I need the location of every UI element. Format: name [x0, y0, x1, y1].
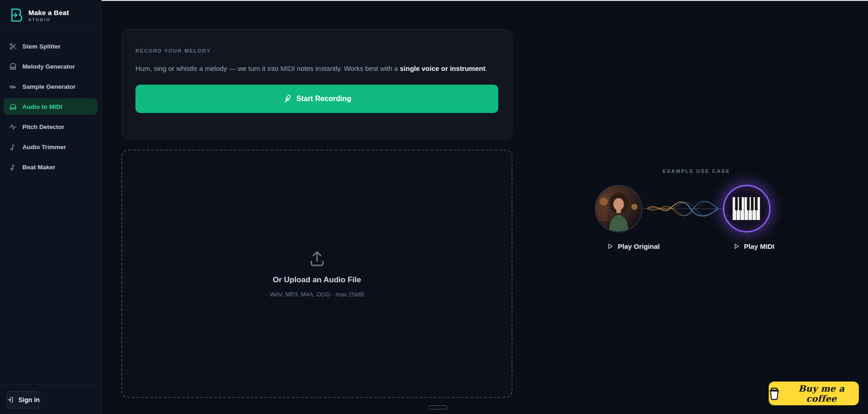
pulse-icon — [9, 123, 17, 131]
sidebar-item-label: Stem Splitter — [22, 43, 60, 50]
app-title: Make a Beat — [28, 9, 69, 16]
sidebar-nav: Stem Splitter Melody Generator Sample Ge… — [0, 30, 101, 183]
sidebar-item-label: Sample Generator — [22, 83, 75, 90]
waveform-icon — [9, 83, 17, 91]
music-note-icon — [9, 143, 17, 151]
sidebar-item-melody-generator[interactable]: Melody Generator — [4, 58, 97, 75]
sidebar-divider — [0, 384, 101, 385]
sidebar-item-label: Pitch Detector — [22, 124, 65, 130]
original-audio-thumbnail[interactable] — [595, 185, 642, 232]
record-description-bold: single voice or instrument — [400, 65, 485, 72]
upload-title: Or Upload an Audio File — [273, 275, 361, 285]
play-original-label: Play Original — [618, 242, 660, 250]
midi-audio-thumbnail[interactable] — [723, 185, 771, 232]
play-outline-icon — [607, 243, 614, 250]
sidebar-item-beat-maker[interactable]: Beat Maker — [4, 159, 97, 175]
music-note-icon — [9, 163, 17, 171]
start-recording-button[interactable]: Start Recording — [135, 85, 498, 113]
scroll-handle[interactable] — [428, 405, 447, 409]
top-edge-strip — [102, 0, 868, 1]
login-icon — [7, 396, 14, 403]
sidebar-item-audio-to-midi[interactable]: Audio to MIDI — [4, 98, 97, 115]
sidebar-footer: Sign in — [0, 384, 101, 414]
sidebar-item-audio-trimmer[interactable]: Audio Trimmer — [4, 139, 97, 155]
piano-icon — [9, 63, 17, 70]
app-subtitle: STUDIO — [28, 17, 69, 22]
woman-singing-photo — [596, 186, 642, 231]
record-description-text: Hum, sing or whistle a melody — we turn … — [135, 65, 400, 72]
example-play-labels: Play Original Play MIDI — [595, 242, 810, 250]
buy-me-a-coffee-label: Buy me a coffee — [784, 383, 859, 403]
record-description: Hum, sing or whistle a melody — we turn … — [135, 63, 497, 75]
sidebar-item-pitch-detector[interactable]: Pitch Detector — [4, 118, 97, 135]
make-a-beat-b-logo-icon — [8, 7, 24, 23]
play-midi-label: Play MIDI — [744, 242, 775, 250]
upload-formats-hint: WAV, MP3, M4A, OGG · max 25MB — [270, 291, 364, 298]
upload-dropzone[interactable]: Or Upload an Audio File WAV, MP3, M4A, O… — [121, 150, 512, 398]
make-a-beat-app: Make a Beat STUDIO Stem Splitter Melody … — [0, 0, 868, 414]
sidebar-item-label: Melody Generator — [22, 63, 75, 70]
example-use-case: EXAMPLE USE CASE — [595, 168, 810, 250]
play-original-button[interactable]: Play Original — [607, 242, 660, 250]
sidebar: Make a Beat STUDIO Stem Splitter Melody … — [0, 0, 102, 414]
sidebar-item-sample-generator[interactable]: Sample Generator — [4, 78, 97, 95]
sidebar-item-label: Audio Trimmer — [22, 144, 66, 151]
coffee-cup-icon — [769, 387, 780, 400]
sign-in-label: Sign in — [18, 396, 40, 403]
audio-waveform-graphic — [642, 193, 723, 225]
scissors-icon — [9, 43, 17, 50]
example-label: EXAMPLE USE CASE — [663, 168, 810, 174]
play-outline-icon — [733, 243, 740, 250]
microphone-icon — [282, 94, 291, 103]
sidebar-item-label: Beat Maker — [22, 164, 55, 171]
buy-me-a-coffee-button[interactable]: Buy me a coffee — [769, 382, 859, 405]
record-section-label: RECORD YOUR MELODY — [135, 48, 498, 54]
app-logo[interactable]: Make a Beat STUDIO — [0, 0, 101, 29]
piano-keys-graphic — [733, 197, 761, 220]
play-midi-button[interactable]: Play MIDI — [733, 242, 775, 250]
upload-icon — [308, 250, 326, 267]
sign-in-button[interactable]: Sign in — [6, 391, 40, 409]
record-description-end: . — [485, 65, 487, 72]
sidebar-item-label: Audio to MIDI — [22, 103, 62, 110]
sidebar-item-stem-splitter[interactable]: Stem Splitter — [4, 38, 97, 54]
start-recording-label: Start Recording — [296, 95, 351, 103]
example-row — [595, 185, 810, 232]
headphones-icon — [9, 103, 17, 111]
record-melody-card: RECORD YOUR MELODY Hum, sing or whistle … — [121, 29, 512, 140]
